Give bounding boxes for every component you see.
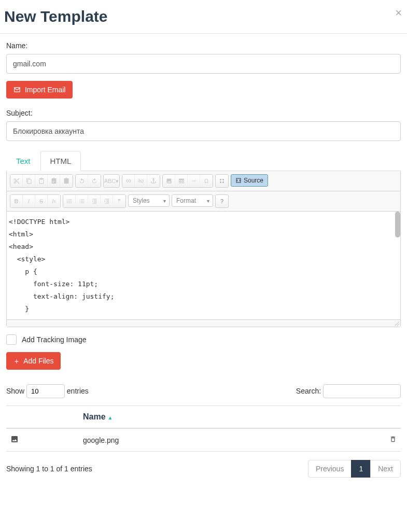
files-table: Name▲ google.png: [6, 405, 401, 452]
envelope-icon: [13, 86, 21, 93]
help-button[interactable]: ?: [216, 195, 228, 207]
image-file-icon: [10, 435, 19, 443]
close-button[interactable]: ×: [395, 6, 402, 20]
blockquote-icon[interactable]: ❞: [113, 195, 125, 207]
format-select[interactable]: Format: [172, 194, 213, 207]
import-email-label: Import Email: [25, 86, 66, 94]
pagination: Previous 1 Next: [308, 460, 401, 478]
indent-icon[interactable]: [101, 195, 113, 207]
subject-input[interactable]: [6, 121, 401, 141]
table-info: Showing 1 to 1 of 1 entries: [6, 465, 92, 473]
modal-header: New Template ×: [0, 0, 407, 34]
name-input[interactable]: [6, 54, 401, 74]
file-actions-cell: [380, 428, 401, 452]
tracking-image-checkbox[interactable]: [6, 334, 17, 345]
strike-icon[interactable]: S: [35, 195, 48, 207]
maximize-icon[interactable]: [216, 175, 228, 187]
modal-body: Name: Import Email Subject: Text HTML: [0, 34, 407, 485]
entries-label: entries: [67, 387, 89, 395]
source-label: Source: [244, 177, 263, 184]
source-button[interactable]: Source: [231, 174, 268, 187]
entries-control: Show entries: [6, 384, 89, 398]
html-editor: ABC▾ Ω Source: [6, 171, 401, 327]
add-files-label: Add Files: [23, 357, 53, 365]
col-name-header[interactable]: Name▲: [79, 406, 380, 429]
subject-label: Subject:: [6, 109, 401, 117]
bold-icon[interactable]: B: [10, 195, 23, 207]
show-label: Show: [6, 387, 24, 395]
add-files-button[interactable]: Add Files: [6, 352, 61, 370]
file-type-cell: [6, 428, 79, 452]
paste-icon[interactable]: [35, 175, 48, 187]
outdent-icon[interactable]: [88, 195, 101, 207]
sort-asc-icon: ▲: [108, 415, 113, 421]
editor-resize-handle[interactable]: [7, 319, 400, 327]
table-icon[interactable]: [175, 175, 188, 187]
editor-toolbar-row2: B I S Ix ❞ Styles Format ?: [7, 191, 400, 212]
name-label: Name:: [6, 41, 401, 50]
col-icon-header[interactable]: [6, 406, 79, 429]
paste-word-icon[interactable]: [60, 175, 73, 187]
special-char-icon[interactable]: Ω: [200, 175, 213, 187]
source-icon: [235, 177, 242, 184]
remove-format-icon[interactable]: Ix: [48, 195, 60, 207]
next-button[interactable]: Next: [370, 460, 401, 478]
unlink-icon[interactable]: [135, 175, 147, 187]
modal-title: New Template: [4, 8, 403, 25]
cut-icon[interactable]: [10, 175, 23, 187]
search-label: Search:: [296, 387, 321, 395]
previous-button[interactable]: Previous: [308, 460, 352, 478]
tracking-image-label: Add Tracking Image: [22, 335, 87, 344]
styles-select[interactable]: Styles: [128, 194, 170, 207]
spellcheck-icon[interactable]: ABC▾: [104, 175, 119, 187]
editor-scrollbar[interactable]: [395, 212, 400, 237]
anchor-icon[interactable]: [147, 175, 160, 187]
undo-icon[interactable]: [76, 175, 88, 187]
editor-tabs: Text HTML: [6, 150, 401, 171]
source-textarea[interactable]: <!DOCTYPE html> <html> <head> <style> p …: [7, 212, 400, 319]
hr-icon[interactable]: [188, 175, 200, 187]
table-row: google.png: [6, 428, 401, 452]
link-icon[interactable]: [122, 175, 135, 187]
page-1-button[interactable]: 1: [351, 460, 371, 478]
redo-icon[interactable]: [88, 175, 101, 187]
plus-icon: [13, 358, 20, 365]
import-email-button[interactable]: Import Email: [6, 81, 73, 99]
new-template-modal: New Template × Name: Import Email Subjec…: [0, 0, 407, 485]
italic-icon[interactable]: I: [23, 195, 35, 207]
tab-text[interactable]: Text: [6, 151, 40, 171]
entries-select[interactable]: [26, 384, 65, 398]
file-name-cell: google.png: [79, 428, 380, 452]
numbered-list-icon[interactable]: [63, 195, 76, 207]
image-icon[interactable]: [163, 175, 175, 187]
editor-toolbar: ABC▾ Ω Source: [7, 171, 400, 191]
search-control: Search:: [296, 384, 401, 398]
name-header-label: Name: [83, 412, 106, 421]
trash-icon[interactable]: [389, 436, 397, 443]
search-input[interactable]: [323, 384, 401, 398]
copy-icon[interactable]: [23, 175, 35, 187]
paste-text-icon[interactable]: [48, 175, 60, 187]
tab-html[interactable]: HTML: [40, 151, 81, 171]
bulleted-list-icon[interactable]: [76, 195, 88, 207]
col-actions-header[interactable]: [380, 406, 401, 429]
